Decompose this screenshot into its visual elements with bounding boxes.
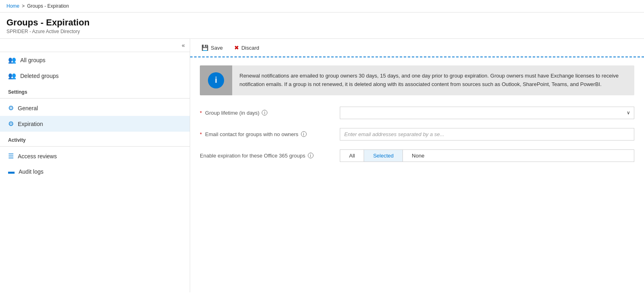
expiration-toggle-control: All Selected None [340, 149, 634, 162]
main-layout: « 👥 All groups 👥 Deleted groups Settings… [0, 39, 644, 292]
activity-section-label: Activity [0, 132, 190, 145]
top-bar: Home > Groups - Expiration [0, 0, 644, 13]
email-contact-label: * Email contact for groups with no owner… [200, 131, 333, 137]
breadcrumb: Home > Groups - Expiration [6, 3, 638, 9]
form-area: i Renewal notifications are emailed to g… [190, 57, 644, 292]
expiration-toggle-all[interactable]: All [340, 150, 364, 162]
page-title: Groups - Expiration [6, 17, 638, 28]
sidebar-collapse-button[interactable]: « [182, 42, 185, 48]
sidebar-collapse-area: « [0, 39, 190, 52]
group-lifetime-label: * Group lifetime (in days) i [200, 110, 333, 116]
sidebar-item-label-deleted-groups: Deleted groups [20, 73, 59, 79]
info-box-icon-area: i [200, 65, 232, 95]
expiration-icon: ⚙ [8, 120, 14, 128]
sidebar-item-general[interactable]: ⚙ General [0, 100, 190, 116]
page-subtitle: SPRIDER - Azure Active Directory [6, 29, 638, 34]
discard-label: Discard [241, 45, 259, 51]
breadcrumb-separator: > [22, 3, 25, 9]
email-contact-input[interactable] [340, 128, 634, 141]
sidebar-item-label-expiration: Expiration [18, 121, 43, 127]
group-lifetime-dropdown-wrapper: 180 365 730 Custom ∨ [340, 107, 634, 119]
sidebar-item-label-audit-logs: Audit logs [19, 168, 43, 175]
sidebar-item-label-access-reviews: Access reviews [18, 153, 57, 160]
save-icon: 💾 [201, 44, 208, 51]
toolbar: 💾 Save ✖ Discard [190, 39, 644, 57]
email-contact-row: * Email contact for groups with no owner… [200, 128, 634, 141]
save-button[interactable]: 💾 Save [197, 42, 228, 53]
group-lifetime-label-text: Group lifetime (in days) [205, 110, 259, 116]
sidebar-item-deleted-groups[interactable]: 👥 Deleted groups [0, 68, 190, 84]
sidebar-item-label-general: General [18, 105, 38, 111]
settings-section-label: Settings [0, 84, 190, 97]
sidebar-item-expiration[interactable]: ⚙ Expiration [0, 116, 190, 132]
activity-divider [0, 146, 190, 147]
expiration-toggle-selected[interactable]: Selected [364, 150, 403, 162]
expiration-toggle-group: All Selected None [340, 149, 634, 162]
info-box: i Renewal notifications are emailed to g… [200, 65, 634, 95]
sidebar-item-all-groups[interactable]: 👥 All groups [0, 52, 190, 68]
email-contact-label-text: Email contact for groups with no owners [205, 131, 299, 137]
all-groups-icon: 👥 [8, 56, 16, 64]
save-label: Save [211, 45, 223, 51]
email-contact-info-icon: i [301, 131, 307, 137]
group-lifetime-info-icon: i [262, 110, 267, 116]
audit-logs-icon: ▬ [8, 168, 15, 175]
breadcrumb-current: Groups - Expiration [27, 3, 69, 9]
page-header: Groups - Expiration SPRIDER - Azure Acti… [0, 13, 644, 39]
info-box-text: Renewal notifications are emailed to gro… [232, 65, 634, 95]
group-lifetime-row: * Group lifetime (in days) i 180 365 730… [200, 107, 634, 119]
sidebar-item-access-reviews[interactable]: ☰ Access reviews [0, 148, 190, 164]
breadcrumb-home[interactable]: Home [6, 3, 19, 9]
main-content: 💾 Save ✖ Discard i Renewal notifications… [190, 39, 644, 292]
sidebar-item-label-all-groups: All groups [20, 57, 45, 63]
general-icon: ⚙ [8, 104, 14, 112]
discard-button[interactable]: ✖ Discard [229, 42, 264, 53]
expiration-toggle-none[interactable]: None [403, 150, 433, 162]
expiration-toggle-label-text: Enable expiration for these Office 365 g… [200, 153, 305, 159]
settings-divider [0, 98, 190, 99]
sidebar-item-audit-logs[interactable]: ▬ Audit logs [0, 164, 190, 179]
expiration-toggle-label: Enable expiration for these Office 365 g… [200, 153, 333, 159]
group-lifetime-select[interactable]: 180 365 730 Custom [340, 107, 634, 119]
email-contact-required-star: * [200, 131, 202, 137]
group-lifetime-control: 180 365 730 Custom ∨ [340, 107, 634, 119]
deleted-groups-icon: 👥 [8, 72, 16, 80]
access-reviews-icon: ☰ [8, 152, 14, 160]
expiration-toggle-row: Enable expiration for these Office 365 g… [200, 149, 634, 162]
sidebar: « 👥 All groups 👥 Deleted groups Settings… [0, 39, 190, 292]
info-circle-icon: i [208, 72, 224, 88]
expiration-toggle-info-icon: i [308, 153, 314, 158]
discard-icon: ✖ [234, 44, 239, 51]
email-contact-control [340, 128, 634, 141]
group-lifetime-required-star: * [200, 110, 202, 116]
